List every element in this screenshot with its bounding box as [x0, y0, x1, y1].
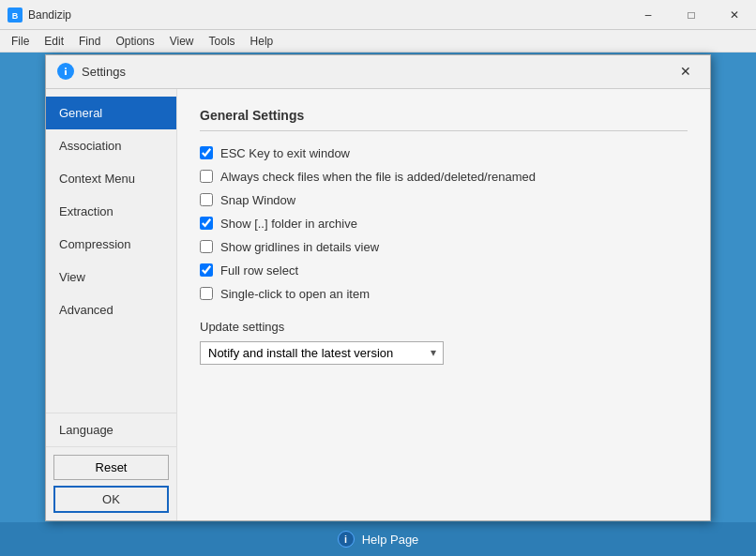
menubar: File Edit Find Options View Tools Help — [0, 30, 756, 53]
checkbox-single-click: Single-click to open an item — [200, 287, 688, 301]
menu-options[interactable]: Options — [108, 33, 161, 50]
menu-file[interactable]: File — [4, 33, 37, 50]
checkbox-snap-window: Snap Window — [200, 193, 688, 207]
content-area: General Settings ESC Key to exit window … — [177, 89, 710, 520]
sidebar-item-compression[interactable]: Compression — [46, 228, 176, 261]
sidebar-item-association[interactable]: Association — [46, 129, 176, 162]
app-title: Bandizip — [28, 8, 71, 22]
ok-button[interactable]: OK — [53, 486, 169, 513]
reset-button[interactable]: Reset — [53, 455, 169, 480]
dialog-title: Settings — [82, 65, 673, 79]
checkbox-single-click-input[interactable] — [200, 287, 213, 300]
update-settings-label: Update settings — [200, 320, 688, 334]
dialog-icon — [57, 63, 74, 80]
checkbox-show-gridlines-label: Show gridlines in details view — [220, 240, 379, 254]
window-controls: – □ ✕ — [627, 0, 756, 30]
update-select-wrapper: Notify and install the latest version No… — [200, 341, 444, 365]
sidebar-item-general[interactable]: General — [46, 97, 176, 129]
maximize-button[interactable]: □ — [670, 0, 713, 30]
checkbox-show-gridlines: Show gridlines in details view — [200, 240, 688, 254]
sidebar-item-context-menu[interactable]: Context Menu — [46, 162, 176, 195]
update-dropdown[interactable]: Notify and install the latest version No… — [200, 341, 444, 365]
checkbox-always-check: Always check files when the file is adde… — [200, 170, 688, 184]
checkbox-snap-window-input[interactable] — [200, 193, 213, 206]
section-divider — [200, 130, 688, 131]
help-icon: i — [338, 531, 355, 548]
checkbox-always-check-input[interactable] — [200, 170, 213, 183]
checkbox-full-row-input[interactable] — [200, 263, 213, 277]
dialog-titlebar: Settings ✕ — [46, 55, 710, 89]
main-background: Settings ✕ General Association Context M… — [0, 53, 756, 522]
checkbox-show-folder-label: Show [..] folder in archive — [220, 217, 357, 231]
window-close-button[interactable]: ✕ — [713, 0, 756, 30]
sidebar-item-view[interactable]: View — [46, 261, 176, 293]
menu-view[interactable]: View — [162, 33, 202, 50]
update-section: Update settings Notify and install the l… — [200, 320, 688, 365]
checkbox-esc-exit: ESC Key to exit window — [200, 146, 688, 160]
sidebar: General Association Context Menu Extract… — [46, 89, 177, 520]
checkbox-full-row-label: Full row select — [220, 263, 298, 278]
sidebar-item-extraction[interactable]: Extraction — [46, 195, 176, 228]
checkbox-esc-exit-input[interactable] — [200, 146, 213, 159]
svg-point-3 — [65, 68, 67, 69]
menu-find[interactable]: Find — [71, 33, 108, 50]
checkbox-show-folder-input[interactable] — [200, 217, 213, 230]
sidebar-item-language[interactable]: Language — [46, 413, 176, 446]
checkbox-full-row: Full row select — [200, 263, 688, 278]
checkbox-snap-window-label: Snap Window — [220, 193, 295, 207]
menu-help[interactable]: Help — [243, 33, 281, 50]
checkbox-single-click-label: Single-click to open an item — [220, 287, 370, 301]
bottom-bar: i Help Page — [0, 522, 756, 556]
section-title: General Settings — [200, 108, 688, 123]
minimize-button[interactable]: – — [627, 0, 670, 30]
titlebar: B Bandizip – □ ✕ — [0, 0, 756, 30]
sidebar-nav: General Association Context Menu Extract… — [46, 97, 176, 326]
menu-edit[interactable]: Edit — [37, 33, 71, 50]
menu-tools[interactable]: Tools — [202, 33, 243, 50]
checkbox-show-gridlines-input[interactable] — [200, 240, 213, 253]
checkbox-show-folder: Show [..] folder in archive — [200, 217, 688, 231]
dialog-body: General Association Context Menu Extract… — [46, 89, 710, 520]
checkbox-esc-exit-label: ESC Key to exit window — [220, 146, 350, 160]
svg-text:B: B — [12, 11, 19, 21]
dialog-close-button[interactable]: ✕ — [673, 60, 699, 83]
checkbox-always-check-label: Always check files when the file is adde… — [220, 170, 536, 184]
sidebar-item-advanced[interactable]: Advanced — [46, 293, 176, 326]
app-icon: B — [8, 8, 23, 23]
svg-rect-4 — [65, 70, 67, 75]
sidebar-action-buttons: Reset OK — [46, 446, 176, 520]
settings-dialog: Settings ✕ General Association Context M… — [45, 54, 711, 521]
help-page-label[interactable]: Help Page — [362, 533, 419, 547]
